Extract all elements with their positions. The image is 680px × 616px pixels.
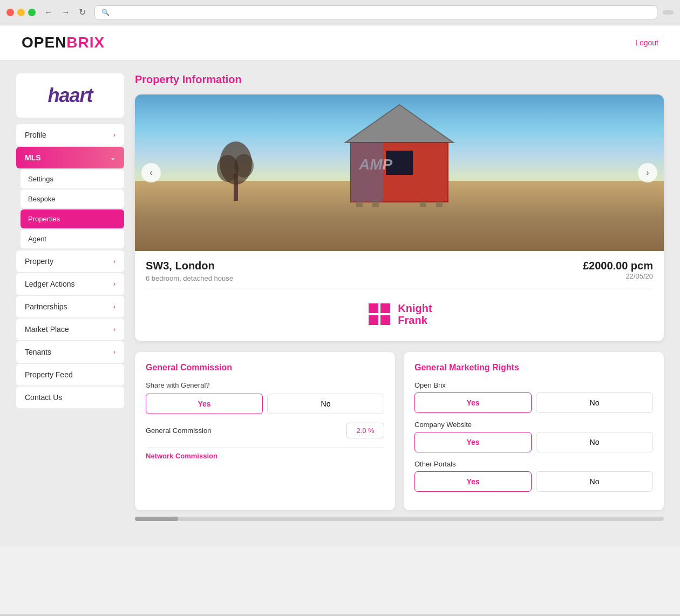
svg-rect-10 [372, 202, 379, 207]
sidebar-item-tenants[interactable]: Tenants › [16, 341, 124, 363]
sidebar-item-property-feed[interactable]: Property Feed [16, 364, 124, 385]
property-agent: Knight Frank [146, 296, 653, 333]
minimize-button[interactable] [17, 9, 25, 16]
property-price: £2000.00 pcm [583, 260, 653, 272]
company-website-toggle: Yes No [414, 432, 653, 452]
property-card: AMP ‹ › [135, 94, 664, 341]
forward-button[interactable]: → [58, 7, 73, 18]
knight-frank-text: Knight Frank [398, 302, 432, 326]
svg-rect-16 [380, 315, 390, 325]
content-area: Property Information [135, 73, 664, 533]
horizontal-scrollbar[interactable] [135, 517, 664, 521]
svg-rect-11 [420, 202, 426, 207]
search-icon: 🔍 [101, 9, 110, 16]
general-commission-title: General Commission [146, 363, 384, 373]
svg-rect-14 [380, 303, 390, 313]
sidebar-nav: Profile › MLS ⌄ Settings Bespoke Propert… [16, 124, 124, 408]
company-website-yes-button[interactable]: Yes [414, 432, 532, 452]
mls-label: MLS [25, 153, 41, 162]
sidebar-item-label: Partnerships [25, 302, 67, 311]
svg-rect-15 [369, 315, 378, 325]
kf-diamonds-icon [366, 301, 392, 327]
commission-rate-row: General Commission [146, 423, 384, 438]
scrollbar-thumb [135, 517, 178, 521]
share-button[interactable] [663, 10, 674, 15]
logo-b: B [66, 34, 78, 51]
property-image-carousel: AMP ‹ › [135, 94, 664, 251]
network-commission-subtitle: Network Commission [146, 447, 384, 460]
company-logo: haart [27, 84, 113, 107]
app-header: OPENBRIX Logout [0, 25, 680, 60]
maximize-button[interactable] [28, 9, 36, 16]
commission-rate-input[interactable] [346, 423, 384, 438]
other-portals-no-button[interactable]: No [536, 471, 653, 492]
carousel-next-button[interactable]: › [638, 163, 657, 182]
bottom-panels: General Commission Share with General? Y… [135, 352, 664, 510]
logo-rix: RIX [78, 34, 105, 51]
sidebar-item-label: Contact Us [25, 393, 62, 402]
sidebar-item-label: Property [25, 257, 53, 266]
sidebar: haart Profile › MLS ⌄ Settings Bespoke [16, 73, 124, 533]
commission-rate-label: General Commission [146, 427, 211, 435]
company-website-no-button[interactable]: No [536, 432, 653, 452]
open-brix-yes-button[interactable]: Yes [414, 392, 532, 413]
traffic-lights [6, 9, 36, 16]
sidebar-item-label: Property Feed [25, 370, 73, 379]
logout-button[interactable]: Logout [635, 38, 658, 47]
knight-frank-logo: Knight Frank [366, 301, 432, 327]
close-button[interactable] [6, 9, 14, 16]
property-address: SW3, London [146, 260, 233, 272]
logo-open: OPEN [22, 34, 66, 51]
sidebar-logo-box: haart [16, 73, 124, 118]
svg-rect-12 [436, 202, 443, 207]
svg-rect-8 [351, 143, 383, 202]
back-button[interactable]: ← [41, 7, 56, 18]
sidebar-item-label: Tenants [25, 348, 51, 356]
company-website-row: Company Website Yes No [414, 421, 653, 452]
property-divider [146, 289, 653, 289]
sidebar-item-profile[interactable]: Profile › [16, 124, 124, 146]
share-general-row: Share with General? Yes No [146, 381, 384, 414]
submenu-item-properties[interactable]: Properties [21, 209, 124, 228]
property-description: 6 bedroom, detached house [146, 274, 233, 282]
chevron-right-icon: › [113, 258, 115, 265]
share-general-label: Share with General? [146, 381, 384, 389]
chevron-right-icon: › [113, 303, 115, 310]
other-portals-toggle: Yes No [414, 471, 653, 492]
sidebar-item-contact-us[interactable]: Contact Us [16, 387, 124, 408]
chevron-right-icon: › [113, 280, 115, 288]
sidebar-item-label: Profile [25, 131, 46, 139]
carousel-prev-button[interactable]: ‹ [141, 163, 161, 182]
sidebar-item-partnerships[interactable]: Partnerships › [16, 296, 124, 317]
share-general-no-button[interactable]: No [267, 394, 384, 414]
submenu-item-bespoke[interactable]: Bespoke [21, 189, 124, 208]
svg-point-3 [234, 154, 254, 178]
sidebar-item-ledger-actions[interactable]: Ledger Actions › [16, 273, 124, 295]
property-date: 22/05/20 [583, 272, 653, 280]
sidebar-item-property[interactable]: Property › [16, 251, 124, 272]
chevron-right-icon: › [113, 348, 115, 356]
submenu-item-agent[interactable]: Agent [21, 229, 124, 248]
url-bar[interactable]: 🔍 [94, 5, 657, 19]
marketing-rights-panel: General Marketing Rights Open Brix Yes N… [404, 352, 664, 510]
sidebar-item-market-place[interactable]: Market Place › [16, 319, 124, 340]
other-portals-yes-button[interactable]: Yes [414, 471, 532, 492]
reload-button[interactable]: ↻ [76, 7, 89, 18]
other-portals-label: Other Portals [414, 460, 653, 468]
mls-submenu: Settings Bespoke Properties Agent [16, 170, 124, 248]
open-brix-toggle: Yes No [414, 392, 653, 413]
marketing-rights-title: General Marketing Rights [414, 363, 653, 373]
open-brix-no-button[interactable]: No [536, 392, 653, 413]
building-svg: AMP [302, 99, 497, 207]
submenu-item-settings[interactable]: Settings [21, 170, 124, 188]
sidebar-item-label: Ledger Actions [25, 280, 75, 288]
svg-marker-4 [345, 105, 453, 143]
app-container: OPENBRIX Logout haart Profile › MLS ⌄ [0, 25, 680, 614]
svg-rect-13 [369, 303, 378, 313]
open-brix-row: Open Brix Yes No [414, 381, 653, 413]
sidebar-mls-section: MLS ⌄ Settings Bespoke Properties Agent [16, 147, 124, 248]
share-general-yes-button[interactable]: Yes [146, 394, 263, 414]
open-brix-label: Open Brix [414, 381, 653, 389]
property-price-block: £2000.00 pcm 22/05/20 [583, 260, 653, 280]
sidebar-item-mls[interactable]: MLS ⌄ [16, 147, 124, 168]
